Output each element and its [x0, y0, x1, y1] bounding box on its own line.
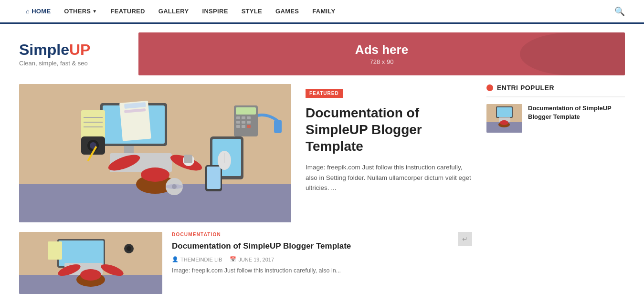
- nav-item-family[interactable]: FAMILY: [306, 0, 342, 23]
- ads-label: Ads here: [355, 42, 408, 57]
- chevron-down-icon: ▼: [92, 9, 97, 14]
- svg-point-51: [80, 269, 101, 281]
- nav-item-gallery[interactable]: GALLERY: [152, 0, 196, 23]
- ads-banner: Ads here 728 x 90: [138, 32, 625, 75]
- sidebar-dot: [486, 84, 493, 91]
- svg-rect-11: [184, 155, 192, 163]
- home-icon: ⌂: [26, 8, 30, 15]
- svg-rect-38: [247, 116, 251, 119]
- article-meta: 👤 THEMEINDIE LIB 📅 JUNE 19, 2017: [172, 256, 472, 262]
- logo-up: UP: [69, 41, 90, 58]
- logo-area: SimpleUP Clean, simple, fast & seo: [19, 41, 124, 67]
- hero-title: Documentation of SimpleUP Blogger Templa…: [306, 104, 472, 155]
- hero-excerpt: Image: freepik.com Just follow this inst…: [306, 162, 472, 193]
- nav-item-featured[interactable]: FEATURED: [104, 0, 152, 23]
- svg-rect-36: [236, 116, 240, 119]
- search-icon[interactable]: 🔍: [614, 6, 625, 17]
- ads-decoration: [520, 32, 625, 75]
- svg-rect-54: [48, 241, 62, 260]
- calendar-icon: 📅: [230, 256, 236, 262]
- article-date: 📅 JUNE 19, 2017: [230, 256, 274, 262]
- svg-rect-60: [497, 107, 512, 117]
- logo: SimpleUP: [19, 41, 124, 59]
- article-author: 👤 THEMEINDIE LIB: [172, 256, 222, 262]
- svg-rect-48: [59, 240, 104, 266]
- nav-item-style[interactable]: STYLE: [235, 0, 269, 23]
- nav-item-home[interactable]: ⌂ HOME: [19, 0, 57, 24]
- author-icon: 👤: [172, 256, 179, 262]
- svg-point-7: [141, 167, 169, 182]
- nav-links: ⌂ HOME OTHERS ▼ FEATURED GALLERY INSPIRE…: [19, 0, 342, 23]
- share-icon[interactable]: ↵: [458, 232, 472, 246]
- hero-image: [19, 84, 291, 222]
- svg-rect-21: [274, 120, 282, 133]
- svg-point-31: [166, 184, 183, 189]
- popular-thumbnail: [486, 104, 522, 133]
- featured-hero: FEATURED Documentation of SimpleUP Blogg…: [19, 84, 472, 222]
- navigation: ⌂ HOME OTHERS ▼ FEATURED GALLERY INSPIRE…: [0, 0, 644, 24]
- hero-text: FEATURED Documentation of SimpleUP Blogg…: [306, 84, 472, 222]
- article-thumbnail: [19, 232, 162, 294]
- article-category: DOCUMENTATION: [172, 232, 472, 237]
- main-content: FEATURED Documentation of SimpleUP Blogg…: [0, 84, 644, 294]
- article-title[interactable]: Documentation of SimpleUP Blogger Templa…: [172, 241, 472, 251]
- ads-size: 728 x 90: [370, 58, 394, 65]
- featured-badge: FEATURED: [306, 89, 343, 98]
- svg-rect-40: [242, 121, 245, 124]
- svg-rect-43: [242, 125, 245, 128]
- content-area: FEATURED Documentation of SimpleUP Blogg…: [19, 84, 472, 294]
- sidebar-section-title: ENTRI POPULER: [486, 84, 625, 97]
- logo-tagline: Clean, simple, fast & seo: [19, 60, 124, 67]
- nav-item-games[interactable]: GAMES: [269, 0, 306, 23]
- article-info: ↵ DOCUMENTATION Documentation of SimpleU…: [172, 232, 472, 294]
- nav-item-inspire[interactable]: INSPIRE: [196, 0, 235, 23]
- logo-simple: Simple: [19, 41, 69, 58]
- svg-rect-39: [236, 121, 240, 124]
- nav-item-others[interactable]: OTHERS ▼: [57, 0, 104, 23]
- svg-rect-12: [81, 110, 105, 139]
- svg-rect-35: [236, 107, 256, 115]
- svg-point-56: [127, 246, 131, 251]
- svg-point-63: [500, 120, 508, 125]
- sidebar: ENTRI POPULER Documentation of SimpleUP …: [486, 84, 625, 294]
- svg-rect-41: [247, 121, 251, 124]
- article-excerpt: Image: freepik.com Just follow this inst…: [172, 266, 472, 275]
- header-area: SimpleUP Clean, simple, fast & seo Ads h…: [0, 24, 644, 84]
- svg-rect-37: [242, 116, 245, 119]
- popular-title[interactable]: Documentation of SimpleUP Blogger Templa…: [528, 104, 625, 121]
- svg-rect-44: [247, 125, 251, 128]
- svg-rect-19: [207, 167, 221, 189]
- popular-item: Documentation of SimpleUP Blogger Templa…: [486, 104, 625, 133]
- svg-rect-42: [236, 125, 240, 128]
- second-article-row: ↵ DOCUMENTATION Documentation of SimpleU…: [19, 232, 472, 294]
